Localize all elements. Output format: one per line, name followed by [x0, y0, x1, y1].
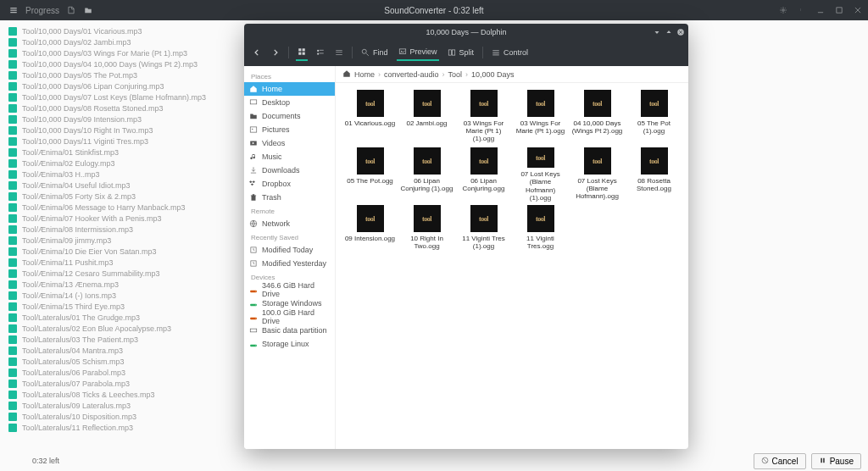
home-icon[interactable] [342, 69, 351, 80]
places-section-header: Recently Saved [244, 230, 335, 243]
svg-point-35 [255, 345, 256, 346]
back-button[interactable] [251, 45, 263, 60]
places-item[interactable]: 346.6 GiB Hard Drive [244, 283, 335, 296]
preview-button[interactable]: Preview [397, 44, 439, 61]
file-item[interactable]: tool06 Lipan Conjuring.ogg [456, 147, 511, 202]
places-item[interactable]: Network [244, 217, 335, 230]
file-icon-view[interactable]: tool01 Vicarious.oggtool02 Jambi.oggtool… [336, 83, 688, 449]
file-item[interactable]: tool05 The Pot.ogg [342, 147, 398, 202]
progress-bar [8, 93, 17, 102]
svg-point-15 [362, 49, 366, 53]
conversion-filename: Tool/10,000 Days/02 Jambi.mp3 [22, 38, 131, 47]
pause-button[interactable]: Pause [811, 453, 861, 469]
file-name-label: 02 Jambi.ogg [406, 119, 447, 127]
file-item[interactable]: tool03 Wings For Marie (Pt 1) (1).ogg [456, 90, 511, 144]
breadcrumb[interactable]: Home›converted-audio›Tool›10,000 Days [336, 66, 688, 83]
places-item[interactable]: Downloads [244, 163, 335, 177]
file-item[interactable]: tool03 Wings For Marie (Pt 1).ogg [513, 90, 568, 144]
svg-rect-11 [317, 50, 319, 52]
dolphin-window: 10,000 Days — Dolphin Find Preview Split… [244, 24, 688, 449]
breadcrumb-segment[interactable]: 10,000 Days [471, 70, 515, 79]
album-art-thumb: tool [584, 147, 611, 175]
view-compact-button[interactable] [314, 45, 326, 60]
more-icon[interactable] [797, 5, 807, 15]
svg-point-22 [252, 129, 253, 130]
conversion-filename: Tool/Lateralus/03 The Patient.mp3 [22, 335, 138, 344]
view-details-button[interactable] [333, 45, 345, 60]
places-item[interactable]: Desktop [244, 96, 335, 109]
progress-bar [8, 60, 17, 69]
file-name-label: 01 Vicarious.ogg [345, 119, 395, 127]
places-item[interactable]: Videos [244, 136, 335, 150]
pause-label: Pause [830, 457, 854, 466]
file-item[interactable]: tool02 Jambi.ogg [399, 90, 454, 144]
conversion-filename: Tool/Lateralus/02 Eon Blue Apocalypse.mp… [22, 324, 171, 333]
places-item[interactable]: Pictures [244, 123, 335, 136]
places-item[interactable]: Trash [244, 191, 335, 204]
find-label: Find [373, 48, 388, 57]
conversion-filename: Tool/Lateralus/11 Reflection.mp3 [22, 424, 133, 432]
add-folder-icon[interactable] [83, 5, 93, 15]
dolphin-minimize-icon[interactable] [653, 28, 661, 36]
places-item-label: Documents [262, 112, 301, 120]
album-art-thumb: tool [414, 205, 441, 232]
file-item[interactable]: tool05 The Pot (1).ogg [626, 90, 682, 144]
places-item[interactable]: Dropbox [244, 177, 335, 191]
svg-point-30 [255, 304, 256, 305]
split-button[interactable]: Split [446, 45, 476, 60]
cancel-button[interactable]: Cancel [754, 453, 806, 469]
progress-bar [8, 258, 17, 267]
drive-icon [249, 340, 258, 348]
places-item[interactable]: 100.0 GiB Hard Drive [244, 310, 335, 324]
preview-label: Preview [410, 47, 437, 56]
file-name-label: 09 Intension.ogg [345, 235, 395, 242]
file-item[interactable]: tool06 Lipan Conjuring (1).ogg [399, 147, 454, 202]
file-item[interactable]: tool07 Lost Keys (Blame Hofmann).ogg [570, 147, 625, 202]
breadcrumb-segment[interactable]: Tool [448, 70, 463, 79]
file-item[interactable]: tool08 Rosetta Stoned.ogg [626, 147, 682, 202]
conversion-filename: Tool/Ænima/04 Useful Idiot.mp3 [22, 181, 131, 190]
places-item[interactable]: Documents [244, 109, 335, 123]
file-name-label: 06 Lipan Conjuring.ogg [458, 177, 510, 192]
file-item[interactable]: tool01 Vicarious.ogg [342, 90, 398, 144]
places-item[interactable]: Modified Today [244, 243, 335, 257]
places-item[interactable]: Basic data partition [244, 324, 335, 337]
breadcrumb-segment[interactable]: Home [354, 70, 375, 79]
places-item-label: Desktop [262, 98, 290, 107]
forward-button[interactable] [270, 45, 281, 60]
maximize-icon[interactable] [834, 5, 844, 15]
places-item-label: Home [262, 85, 282, 93]
dolphin-toolbar: Find Preview Split Control [244, 41, 688, 66]
file-item[interactable]: tool07 Lost Keys (Blame Hofmann) (1).ogg [513, 147, 568, 202]
minimize-icon[interactable] [815, 5, 826, 15]
places-item[interactable]: Modified Yesterday [244, 257, 335, 270]
file-item[interactable]: tool04 10,000 Days (Wings Pt 2).ogg [570, 90, 625, 144]
progress-bar [8, 137, 17, 146]
gear-icon[interactable] [778, 5, 788, 15]
breadcrumb-segment[interactable]: converted-audio [384, 70, 439, 79]
places-item[interactable]: Storage Linux [244, 337, 335, 351]
close-icon[interactable] [853, 5, 863, 15]
progress-bar [8, 302, 17, 311]
file-item[interactable]: tool11 Viginti Tres (1).ogg [456, 205, 511, 259]
view-icons-button[interactable] [296, 44, 308, 61]
dolphin-close-icon[interactable] [676, 28, 685, 36]
dolphin-maximize-icon[interactable] [665, 28, 673, 36]
svg-point-28 [255, 291, 256, 291]
find-button[interactable]: Find [359, 45, 390, 60]
conversion-filename: Tool/10,000 Days/09 Intension.mp3 [22, 115, 142, 124]
file-item[interactable]: tool09 Intension.ogg [342, 205, 398, 259]
menu-icon[interactable] [8, 5, 19, 15]
clock-icon [249, 259, 258, 268]
file-item[interactable]: tool11 Viginti Tres.ogg [513, 205, 568, 259]
svg-rect-7 [298, 48, 301, 51]
control-button[interactable]: Control [490, 45, 530, 60]
conversion-filename: Tool/Lateralus/10 Disposition.mp3 [22, 413, 136, 421]
conversion-filename: Tool/Ænima/03 H..mp3 [22, 170, 100, 179]
add-file-icon[interactable] [66, 5, 76, 15]
places-item-label: Trash [262, 193, 281, 202]
conversion-filename: Tool/10,000 Days/01 Vicarious.mp3 [22, 27, 142, 36]
file-item[interactable]: tool10 Right In Two.ogg [399, 205, 454, 259]
places-item[interactable]: Home [244, 82, 335, 96]
places-item[interactable]: Music [244, 150, 335, 163]
